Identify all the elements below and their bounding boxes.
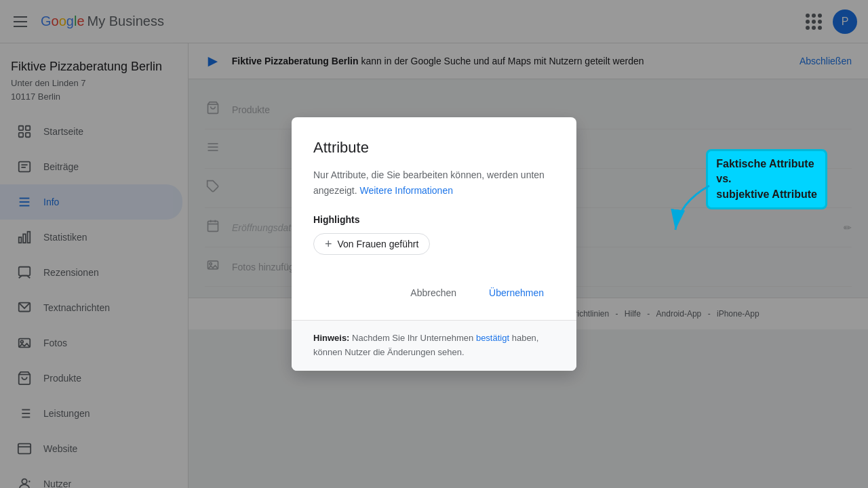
attributes-dialog: Attribute Nur Attribute, die Sie bearbei… [292, 117, 576, 370]
apply-button[interactable]: Übernehmen [478, 282, 555, 304]
von-frauen-gefuhrt-chip[interactable]: + Von Frauen geführt [313, 233, 430, 255]
chip-plus-icon: + [325, 238, 332, 250]
dialog-footer: Hinweis: Nachdem Sie Ihr Unternehmen bes… [292, 320, 576, 371]
cancel-button[interactable]: Abbrechen [399, 282, 467, 304]
dialog-description: Nur Attribute, die Sie bearbeiten können… [313, 167, 555, 198]
annotation-callout: Faktische Attribute vs. subjektive Attri… [706, 149, 827, 209]
highlights-label: Highlights [313, 214, 555, 225]
annotation-arrow [665, 182, 713, 237]
weitere-informationen-link[interactable]: Weitere Informationen [360, 185, 453, 196]
modal-overlay: Attribute Nur Attribute, die Sie bearbei… [0, 0, 868, 488]
dialog-title: Attribute [313, 139, 555, 157]
bestatigt-link[interactable]: bestätigt [476, 333, 509, 343]
